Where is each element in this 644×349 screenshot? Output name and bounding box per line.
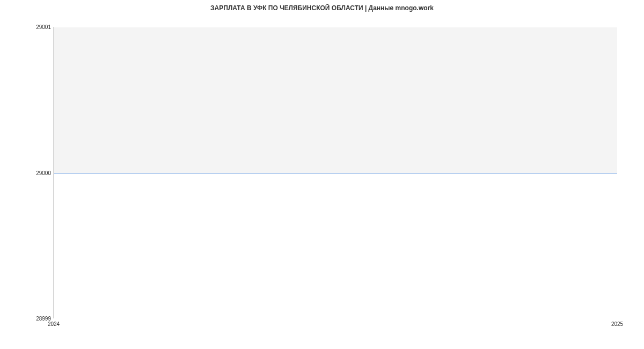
x-tick-2024: 2024: [48, 321, 60, 327]
chart-container: ЗАРПЛАТА В УФК ПО ЧЕЛЯБИНСКОЙ ОБЛАСТИ | …: [0, 0, 644, 349]
x-tick-2025: 2025: [611, 321, 623, 327]
y-tick-29000: 29000: [36, 170, 51, 176]
plot-area: [54, 27, 617, 318]
y-tick-28999: 28999: [36, 316, 51, 322]
gridline-y-top: [54, 27, 617, 27]
y-tick-29001: 29001: [36, 24, 51, 30]
chart-title: ЗАРПЛАТА В УФК ПО ЧЕЛЯБИНСКОЙ ОБЛАСТИ | …: [0, 4, 644, 12]
plot-lower-bg: [54, 173, 617, 318]
